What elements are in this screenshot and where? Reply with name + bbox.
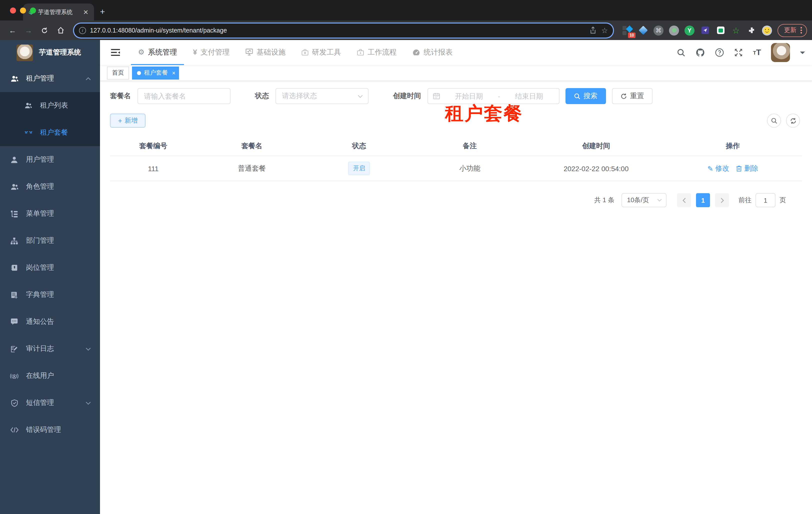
browser-tab-strip: 芋道管理系统 ✕ + [0,0,812,21]
nav-item-payment[interactable]: ¥ 支付管理 [186,40,236,65]
online-user-icon [10,373,19,379]
avatar-caret-icon[interactable] [800,51,805,56]
zoom-window-button[interactable] [30,7,36,13]
extension-gem-icon[interactable] [638,25,648,36]
share-icon[interactable] [589,27,596,34]
home-icon[interactable] [54,24,67,37]
sidebar-item-role-management[interactable]: 角色管理 [0,173,100,200]
sidebar-item-dict-management[interactable]: 字典管理 [0,281,100,308]
red-annotation-text: 租户套餐 [445,101,523,126]
page-content: 套餐名 状态 请选择状态 创建时间 [100,81,812,514]
next-page-button[interactable] [715,193,729,207]
end-date-input[interactable] [504,92,554,100]
chevron-down-icon [86,347,91,351]
page-size-select[interactable]: 10条/页 [621,193,667,207]
prev-page-button[interactable] [677,193,691,207]
goto-page-input[interactable] [755,193,776,207]
sidebar-item-audit-log[interactable]: 审计日志 [0,335,100,362]
shield-check-icon [10,399,19,407]
closed-eyes-icon [24,130,32,135]
extension-shield-icon[interactable] [699,25,710,36]
header-actions: TT [677,43,805,62]
briefcase-icon [301,49,309,55]
sidebar-item-sms-management[interactable]: 短信管理 [0,389,100,416]
hamburger-icon[interactable] [107,44,124,61]
package-name-input[interactable] [138,88,231,104]
edit-link[interactable]: ✎ 修改 [707,164,729,173]
logo-image [17,44,33,61]
sidebar-item-tenant-management[interactable]: 租户管理 [0,65,100,92]
extension-chat-icon[interactable] [715,25,726,36]
nav-item-devtools[interactable]: 研发工具 [294,40,348,65]
app-title: 芋道管理系统 [39,48,81,57]
extension-star-icon[interactable]: ☆ [730,25,742,36]
monitor-icon [245,49,253,56]
back-icon[interactable]: ← [6,24,19,37]
help-icon[interactable] [715,48,724,57]
nav-item-system[interactable]: ⚙ 系统管理 [131,40,184,65]
show-search-toggle-button[interactable] [767,114,781,128]
table-row: 111 普通套餐 开启 小功能 2022-02-22 00:54:00 ✎ 修改 [110,156,802,181]
extension-gray-dot-icon[interactable] [668,25,679,36]
tab-close-icon[interactable]: ✕ [82,8,90,16]
tag-tenant-package[interactable]: 租户套餐 × [132,66,179,79]
font-size-icon[interactable]: TT [753,48,761,57]
delete-link[interactable]: 删除 [736,164,758,173]
browser-menu-icon[interactable] [801,27,802,33]
sidebar-item-user-management[interactable]: 用户管理 [0,146,100,173]
trash-icon [736,165,742,172]
edit-log-icon [10,345,19,353]
tag-home[interactable]: 首页 [107,66,129,79]
sidebar-item-dept-management[interactable]: 部门管理 [0,227,100,254]
sidebar-logo[interactable]: 芋道管理系统 [0,40,100,65]
refresh-button[interactable] [786,114,800,128]
chevron-down-icon [357,94,363,98]
pagination: 共 1 条 10条/页 1 前往 [110,193,802,207]
reset-button[interactable]: 重置 [612,88,652,104]
update-label: 更新 [784,26,796,34]
nav-item-workflow[interactable]: 工作流程 [350,40,404,65]
sidebar-item-menu-management[interactable]: 菜单管理 [0,200,100,227]
search-icon[interactable] [677,48,686,57]
tag-close-icon[interactable]: × [172,69,175,76]
extension-y-icon[interactable]: Y [684,25,695,36]
gear-icon: ⚙ [138,48,145,56]
user-icon [10,156,19,163]
sidebar-item-post-management[interactable]: 岗位管理 [0,254,100,281]
chevron-down-icon [86,401,91,405]
new-tab-button[interactable]: + [100,7,105,17]
sidebar-item-tenant-list[interactable]: 租户列表 [0,92,100,119]
github-icon[interactable] [696,48,705,57]
browser-update-button[interactable]: 更新 [778,24,807,37]
cell-name: 普通套餐 [197,164,307,173]
extension-command-icon[interactable]: ⌘ [653,25,664,36]
add-button[interactable]: + 新增 [110,114,145,128]
nav-item-reports[interactable]: 统计报表 [406,40,460,65]
extension-tabs-icon[interactable]: 10 [622,25,633,36]
fullscreen-icon[interactable] [734,48,743,57]
extension-emoji-icon[interactable] [761,25,773,36]
search-button[interactable]: 搜索 [566,88,606,104]
bookmark-star-icon[interactable]: ☆ [601,26,608,35]
sidebar-item-notice[interactable]: 通知公告 [0,308,100,335]
nav-item-infrastructure[interactable]: 基础设施 [238,40,292,65]
extensions-puzzle-icon[interactable] [746,25,757,36]
package-name-label: 套餐名 [110,91,131,101]
sidebar-item-errorcode-management[interactable]: 错误码管理 [0,416,100,443]
site-info-icon[interactable]: i [79,27,86,34]
close-window-button[interactable] [10,7,16,13]
active-dot [137,71,141,75]
cell-status: 开启 [307,162,411,175]
forward-icon[interactable]: → [22,24,35,37]
minimize-window-button[interactable] [20,7,26,13]
table-header-row: 套餐编号 套餐名 状态 备注 创建时间 操作 [110,136,802,156]
sidebar-item-online-users[interactable]: 在线用户 [0,362,100,389]
url-bar[interactable]: i 127.0.0.1:48080/admin-ui/system/tenant… [74,23,613,37]
page-number-button[interactable]: 1 [696,193,710,207]
avatar[interactable] [771,43,790,62]
start-date-input[interactable] [444,92,494,100]
sidebar-item-tenant-package[interactable]: 租户套餐 [0,119,100,146]
reload-icon[interactable] [38,24,51,37]
status-select[interactable]: 请选择状态 [276,88,369,104]
dashboard-icon [412,49,420,55]
